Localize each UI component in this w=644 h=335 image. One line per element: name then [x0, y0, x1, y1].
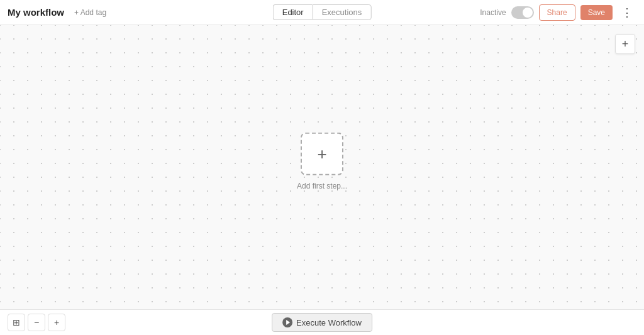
- zoom-out-icon: −: [34, 317, 39, 327]
- canvas-plus-icon: +: [622, 38, 629, 51]
- active-toggle[interactable]: [511, 6, 534, 19]
- add-step-label: Add first step...: [297, 182, 347, 190]
- zoom-out-button[interactable]: −: [28, 314, 45, 331]
- save-button[interactable]: Save: [580, 5, 613, 20]
- header: My workflow + Add tag Editor Executions …: [0, 0, 644, 25]
- add-tag-button[interactable]: + Add tag: [70, 7, 110, 18]
- zoom-in-button[interactable]: +: [48, 314, 65, 331]
- share-button[interactable]: Share: [539, 4, 575, 21]
- zoom-fit-icon: ⊞: [13, 317, 20, 327]
- execute-workflow-button[interactable]: Execute Workflow: [272, 313, 372, 332]
- tab-executions[interactable]: Executions: [313, 4, 372, 20]
- execute-label: Execute Workflow: [296, 318, 362, 327]
- header-left: My workflow + Add tag: [8, 7, 480, 18]
- bottom-bar: ⊞ − + Execute Workflow: [0, 309, 644, 335]
- play-icon: [282, 317, 292, 327]
- workflow-title: My workflow: [8, 7, 64, 18]
- header-right: Inactive Share Save ⋮: [480, 4, 636, 21]
- add-first-step-container: + Add first step...: [297, 133, 347, 190]
- canvas-add-button[interactable]: +: [615, 34, 635, 54]
- workflow-canvas: + + Add first step...: [0, 25, 644, 309]
- zoom-controls: ⊞ − +: [8, 314, 65, 331]
- more-options-button[interactable]: ⋮: [618, 6, 636, 19]
- zoom-in-icon: +: [54, 317, 59, 327]
- zoom-fit-button[interactable]: ⊞: [8, 314, 25, 331]
- tab-bar: Editor Executions: [273, 4, 372, 20]
- status-label: Inactive: [480, 8, 506, 17]
- add-first-step-button[interactable]: +: [301, 133, 343, 175]
- add-step-plus-icon: +: [317, 144, 326, 163]
- tab-editor[interactable]: Editor: [273, 4, 313, 20]
